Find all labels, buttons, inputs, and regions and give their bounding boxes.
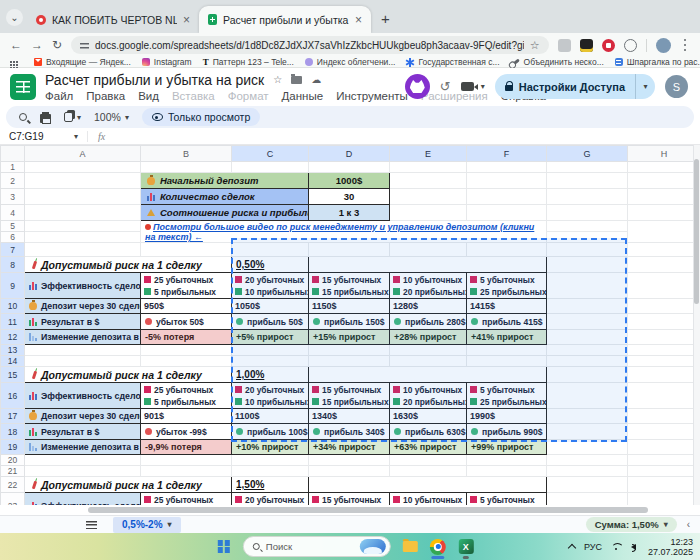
row-header[interactable]: 7 xyxy=(1,243,25,257)
efficiency-cell[interactable]: 15 убыточных15 прибыльных xyxy=(309,273,390,299)
horizontal-scrollbar[interactable] xyxy=(0,505,700,515)
taskbar-search[interactable]: Поиск xyxy=(243,536,391,557)
grid-cell[interactable] xyxy=(390,356,467,367)
grid-cell[interactable] xyxy=(547,424,628,440)
grid-cell[interactable] xyxy=(467,345,547,356)
grid-cell[interactable] xyxy=(25,221,141,232)
grid-cell[interactable] xyxy=(547,273,628,299)
grid-cell[interactable] xyxy=(232,243,309,257)
grid-cell[interactable] xyxy=(628,243,700,257)
chevron-down-icon[interactable]: ▾ xyxy=(168,520,172,529)
tab-search-button[interactable]: ⌄ xyxy=(6,9,23,26)
excel-button[interactable]: X xyxy=(457,535,475,559)
change-cell[interactable]: -5% потеря xyxy=(141,330,232,345)
grid-cell[interactable] xyxy=(390,466,467,477)
grid-cell[interactable] xyxy=(467,173,547,189)
grid-cell[interactable] xyxy=(547,162,628,173)
row-header[interactable]: 8 xyxy=(1,257,25,273)
grid-cell[interactable] xyxy=(390,455,467,466)
grid-cell[interactable] xyxy=(467,162,547,173)
language-indicator[interactable]: РУС xyxy=(584,542,602,552)
grid-cell[interactable] xyxy=(232,356,309,367)
col-header[interactable]: C xyxy=(232,146,309,162)
grid-cell[interactable] xyxy=(390,189,467,205)
vertical-scrollbar[interactable] xyxy=(693,145,700,515)
video-link-cell[interactable]: Посмотри большое видео по риск менеджмен… xyxy=(141,221,547,243)
col-header[interactable]: E xyxy=(390,146,467,162)
menu-view[interactable]: Вид xyxy=(138,90,159,102)
grid-cell[interactable] xyxy=(467,243,547,257)
grid-cell[interactable] xyxy=(547,345,628,356)
info-value-cell[interactable]: 1000$ xyxy=(309,173,390,189)
grid-cell[interactable] xyxy=(232,466,309,477)
result-cell[interactable]: прибыль 150$ xyxy=(309,314,390,330)
grid-cell[interactable] xyxy=(547,466,628,477)
deposit-cell[interactable]: 1990$ xyxy=(467,409,547,424)
row-label-cell[interactable]: Результат в $ xyxy=(25,314,141,330)
bookmark-star-icon[interactable]: ☆ xyxy=(530,39,540,52)
col-header[interactable]: A xyxy=(25,146,141,162)
result-cell[interactable]: прибыль 340$ xyxy=(309,424,390,440)
grid-cell[interactable] xyxy=(467,466,547,477)
grid-cell[interactable] xyxy=(547,477,628,493)
grid-cell[interactable] xyxy=(547,409,628,424)
address-bar[interactable]: docs.google.com/spreadsheets/d/1d8Dc8ZJd… xyxy=(71,36,548,54)
grid-cell[interactable] xyxy=(547,440,628,455)
grid-cell[interactable] xyxy=(25,243,141,257)
grid-cell[interactable] xyxy=(547,232,628,243)
menu-file[interactable]: Файл xyxy=(45,90,73,102)
grid-cell[interactable] xyxy=(309,356,390,367)
grid-cell[interactable] xyxy=(232,162,309,173)
change-cell[interactable]: +15% прирост xyxy=(309,330,390,345)
change-cell[interactable]: +10% прирост xyxy=(232,440,309,455)
deposit-cell[interactable]: 1050$ xyxy=(232,299,309,314)
efficiency-cell[interactable]: 25 убыточных5 прибыльных xyxy=(141,273,232,299)
bookmark-item[interactable]: Instagram xyxy=(142,57,192,67)
grid-cell[interactable] xyxy=(547,221,628,232)
bookmark-item[interactable]: Объединить неско... xyxy=(511,57,604,67)
bookmark-item[interactable]: TПаттерн 123 – Tele... xyxy=(203,57,294,67)
grid-cell[interactable] xyxy=(390,205,467,221)
user-avatar[interactable]: S xyxy=(665,75,688,98)
extension-icon[interactable] xyxy=(624,39,637,52)
grid-cell[interactable] xyxy=(25,232,141,243)
apps-grid-icon[interactable] xyxy=(10,61,12,63)
menu-data[interactable]: Данные xyxy=(282,90,324,102)
grid-cell[interactable] xyxy=(25,356,141,367)
risk-value-cell[interactable]: 1,00% xyxy=(232,367,309,383)
change-cell[interactable]: +63% прирост xyxy=(390,440,467,455)
deposit-cell[interactable]: 1415$ xyxy=(467,299,547,314)
risk-value-cell[interactable]: 1,50% xyxy=(232,477,309,493)
grid-cell[interactable] xyxy=(547,243,628,257)
sum-badge[interactable]: Сумма: 1,50%▾ xyxy=(586,517,677,532)
info-value-cell[interactable]: 1 к 3 xyxy=(309,205,390,221)
copy-format-icon[interactable] xyxy=(64,112,73,122)
grid-cell[interactable] xyxy=(141,356,232,367)
info-label-cell[interactable]: Начальный депозит xyxy=(141,173,309,189)
grid-cell[interactable] xyxy=(628,162,700,173)
browser-tab-active[interactable]: Расчет прибыли и убытка на р × xyxy=(199,6,371,33)
deposit-cell[interactable]: 1340$ xyxy=(309,409,390,424)
chevron-down-icon[interactable]: ▾ xyxy=(481,82,485,91)
grid-cell[interactable] xyxy=(547,257,628,273)
efficiency-cell[interactable]: 20 убыточных10 прибыльных xyxy=(232,383,309,409)
info-value-cell[interactable]: 30 xyxy=(309,189,390,205)
bookmark-item[interactable]: Входящие — Яндек... xyxy=(34,57,131,67)
info-label-cell[interactable]: Количество сделок xyxy=(141,189,309,205)
grid-cell[interactable] xyxy=(25,455,141,466)
grid-cell[interactable] xyxy=(309,477,547,493)
row-header[interactable]: 11 xyxy=(1,314,25,330)
name-box[interactable]: C7:G19▾ xyxy=(0,131,88,142)
col-header[interactable]: F xyxy=(467,146,547,162)
row-header[interactable]: 3 xyxy=(1,189,25,205)
efficiency-cell[interactable]: 10 убыточных20 прибыльных xyxy=(390,273,467,299)
sheets-logo-icon[interactable] xyxy=(10,74,36,100)
menu-insert[interactable]: Вставка xyxy=(172,90,215,102)
result-cell[interactable]: прибыль 50$ xyxy=(232,314,309,330)
grid-cell[interactable] xyxy=(141,345,232,356)
menu-tools[interactable]: Инструменты xyxy=(336,90,408,102)
grid-cell[interactable] xyxy=(547,383,628,409)
extension-icon[interactable] xyxy=(558,39,571,52)
meet-camera-icon[interactable] xyxy=(461,82,474,91)
grid-cell[interactable] xyxy=(467,455,547,466)
